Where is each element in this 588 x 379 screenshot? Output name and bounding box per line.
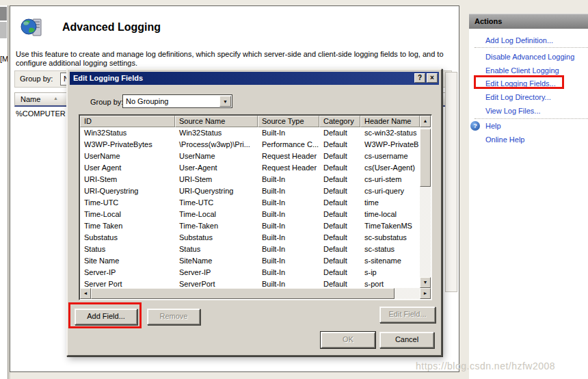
table-cell: time-local <box>360 209 420 220</box>
column-header[interactable]: ID <box>80 116 175 127</box>
table-row[interactable]: Server-IPServer-IPBuilt-InDefaults-ip <box>80 267 420 278</box>
table-cell: W3WP-PrivateB <box>360 139 420 151</box>
table-cell: Time-UTC <box>175 197 258 209</box>
table-cell: URI-Querystring <box>175 185 258 197</box>
table-cell: Performance C... <box>258 139 319 151</box>
action-disable-advanced-logging[interactable]: Disable Advanced Logging <box>485 53 574 61</box>
help-icon: ? <box>470 121 480 131</box>
table-cell: TimeTakenMS <box>360 220 420 232</box>
vertical-scrollbar[interactable]: ▼ <box>420 127 431 288</box>
table-cell: ServerPort <box>175 278 258 288</box>
scroll-down-button[interactable]: ▼ <box>420 277 431 288</box>
field-table-header: IDSource NameSource TypeCategoryHeader N… <box>80 116 420 127</box>
column-header[interactable]: Source Name <box>175 116 258 127</box>
table-cell: Default <box>319 232 360 244</box>
advanced-logging-icon <box>20 16 44 40</box>
horizontal-scrollbar[interactable]: ◄ ► <box>80 288 431 299</box>
table-row[interactable]: Time-UTCTime-UTCBuilt-InDefaulttime <box>80 197 420 209</box>
table-row[interactable]: W3WP-PrivateBytes\Process(w3wp)\Pri...Pe… <box>80 139 420 151</box>
table-cell: Time Taken <box>80 220 175 232</box>
background-list-scrollbar[interactable] <box>445 72 457 292</box>
table-cell: Win32Status <box>80 127 175 139</box>
chevron-down-icon: ▼ <box>220 96 230 107</box>
scroll-left-button[interactable]: ◄ <box>80 288 91 299</box>
action-help[interactable]: Help <box>485 122 501 130</box>
groupby-dropdown[interactable]: No Grouping ▼ <box>122 94 232 108</box>
edit-logging-fields-dialog: Edit Logging Fields ? × Group by: No Gro… <box>66 68 442 356</box>
table-row[interactable]: User AgentUser-AgentRequest HeaderDefaul… <box>80 162 420 174</box>
cancel-button[interactable]: Cancel <box>379 332 434 348</box>
table-row[interactable]: Site NameSiteNameBuilt-InDefaults-sitena… <box>80 255 420 267</box>
column-header[interactable]: Category <box>319 116 360 127</box>
table-row[interactable]: URI-QuerystringURI-QuerystringBuilt-InDe… <box>80 185 420 197</box>
table-row[interactable]: URI-StemURI-StemBuilt-InDefaultcs-uri-st… <box>80 174 420 185</box>
actions-separator <box>475 47 588 48</box>
table-cell: Default <box>319 278 360 288</box>
sort-ascending-icon: ▲ <box>53 96 58 101</box>
vertical-scroll-thumb[interactable] <box>420 129 431 187</box>
table-cell: UserName <box>175 151 258 162</box>
table-cell: Default <box>319 267 360 278</box>
scroll-right-button[interactable]: ► <box>420 288 431 299</box>
column-header[interactable]: Header Name <box>360 116 420 127</box>
tree-panel-fragment <box>0 7 7 21</box>
dropdown-arrow-button[interactable]: ▼ <box>219 96 231 107</box>
table-cell: Time-UTC <box>80 197 175 209</box>
table-cell: Site Name <box>80 255 175 267</box>
table-cell: Default <box>319 220 360 232</box>
table-cell: \Process(w3wp)\Pri... <box>175 139 258 151</box>
ok-button[interactable]: OK <box>321 332 375 348</box>
tree-panel-fragment <box>0 22 7 38</box>
table-row[interactable]: SubstatusSubstatusBuilt-InDefaultsc-subs… <box>80 232 420 244</box>
action-edit-log-directory[interactable]: Edit Log Directory... <box>485 93 551 101</box>
table-cell: Request Header <box>258 151 319 162</box>
table-cell: Built-In <box>258 185 319 197</box>
scroll-down-icon: ▼ <box>420 278 430 287</box>
table-cell: User-Agent <box>175 162 258 174</box>
screen: [M Advanced Logging Use this feature to … <box>0 0 588 379</box>
table-cell: Server-IP <box>175 267 258 278</box>
dialog-titlebar[interactable]: Edit Logging Fields ? × <box>70 72 439 85</box>
table-row[interactable]: Time-LocalTime-LocalBuilt-InDefaulttime-… <box>80 209 420 220</box>
scroll-up-button[interactable]: ▲ <box>420 116 431 127</box>
dialog-close-button[interactable]: × <box>427 73 438 83</box>
scroll-up-icon: ▲ <box>420 116 430 126</box>
table-cell: Default <box>319 244 360 255</box>
table-row[interactable]: StatusStatusBuilt-InDefaultsc-status <box>80 244 420 255</box>
background-list-row[interactable]: %COMPUTER <box>16 109 66 118</box>
table-cell: Win32Status <box>175 127 258 139</box>
add-field-button[interactable]: Add Field... <box>75 309 137 325</box>
groupby-selected-value: No Grouping <box>123 95 232 105</box>
table-cell: time <box>360 197 420 209</box>
table-cell: s-ip <box>360 267 420 278</box>
table-cell: Time-Local <box>175 209 258 220</box>
actions-pane: Actions Add Log Definition... Disable Ad… <box>469 14 588 379</box>
action-enable-client-logging[interactable]: Enable Client Logging <box>485 66 559 75</box>
page-description: Use this feature to create and manage lo… <box>16 50 453 68</box>
action-add-log-definition[interactable]: Add Log Definition... <box>485 36 553 44</box>
dialog-help-button[interactable]: ? <box>414 73 425 83</box>
table-cell: Built-In <box>258 267 319 278</box>
description-line-1: Use this feature to create and manage lo… <box>16 50 453 59</box>
table-cell: Built-In <box>258 209 319 220</box>
watermark: https://blog.csdn.net/hzfw2008 <box>416 361 555 371</box>
table-row[interactable]: Time TakenTime-TakenBuilt-InDefaultTimeT… <box>80 220 420 232</box>
table-cell: Default <box>319 255 360 267</box>
table-row[interactable]: Server PortServerPortBuilt-InDefaults-po… <box>80 278 420 288</box>
table-cell: Built-In <box>258 255 319 267</box>
action-view-log-files[interactable]: View Log Files... <box>485 107 541 115</box>
table-cell: Default <box>319 127 360 139</box>
remove-button[interactable]: Remove <box>147 309 200 325</box>
horizontal-scroll-thumb[interactable] <box>91 288 395 299</box>
table-row[interactable]: UserNameUserNameRequest HeaderDefaultcs-… <box>80 151 420 162</box>
edit-field-button[interactable]: Edit Field... <box>379 306 436 323</box>
action-edit-logging-fields[interactable]: Edit Logging Fields... <box>485 79 556 88</box>
action-online-help[interactable]: Online Help <box>485 135 524 144</box>
table-cell: Default <box>319 185 360 197</box>
table-cell: sc-win32-status <box>360 127 420 139</box>
table-cell: SiteName <box>175 255 258 267</box>
column-header[interactable]: Source Type <box>258 116 319 127</box>
table-cell: Built-In <box>258 278 319 288</box>
table-cell: Default <box>319 162 360 174</box>
table-row[interactable]: Win32StatusWin32StatusBuilt-InDefaultsc-… <box>80 127 420 139</box>
